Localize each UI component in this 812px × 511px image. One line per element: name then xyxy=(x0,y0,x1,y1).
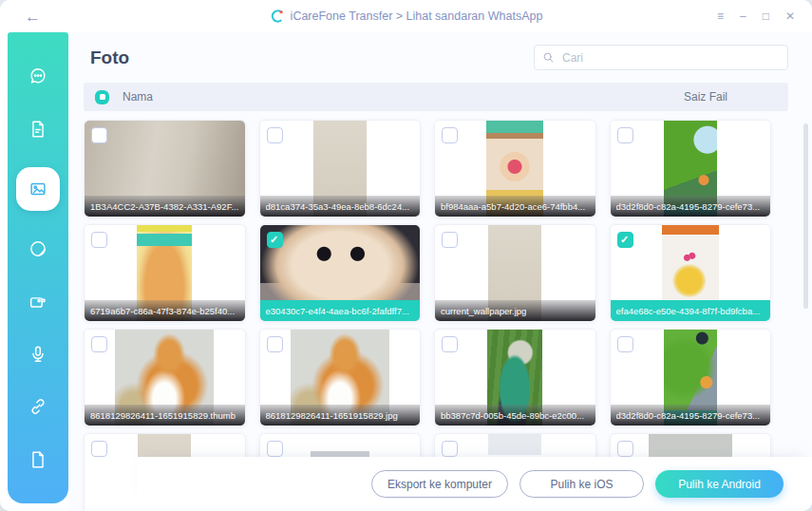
sidebar-item-photos[interactable] xyxy=(16,167,60,211)
photo-name-bar: 8618129826411-1651915829.jpg xyxy=(260,405,421,426)
main-header: Foto xyxy=(68,32,812,70)
search-icon xyxy=(542,51,555,64)
photo-checkbox[interactable] xyxy=(617,127,633,143)
photo-card[interactable]: bb387c7d-005b-45de-89bc-e2c00... xyxy=(434,329,596,426)
photo-checkbox[interactable] xyxy=(91,441,107,457)
scrollbar[interactable] xyxy=(803,123,808,309)
sticker-icon xyxy=(28,238,48,259)
photo-checkbox[interactable] xyxy=(442,336,458,352)
photo-name-bar: d81ca374-35a3-49ea-8eb8-6dc24... xyxy=(260,196,421,217)
page-title: Foto xyxy=(90,47,129,68)
sidebar-item-documents[interactable] xyxy=(24,115,52,143)
document-icon xyxy=(28,119,48,140)
footer: Eksport ke komputer Pulih ke iOS Pulih k… xyxy=(137,457,812,511)
link-icon xyxy=(28,396,48,417)
photo-checkbox[interactable] xyxy=(267,127,283,143)
photo-filename: efa4e68c-e50e-4394-8f7f-bd9fcba... xyxy=(616,306,761,316)
photo-card[interactable]: bf984aaa-a5b7-4d20-ace6-74fbb4... xyxy=(434,120,596,218)
maximize-icon[interactable]: □ xyxy=(763,10,769,22)
photo-name-bar: 1B3A4CC2-A37B-4382-A331-A92F... xyxy=(85,196,245,217)
chat-icon xyxy=(28,66,48,86)
photo-card[interactable]: d3d2f8d0-c82a-4195-8279-cefe73... xyxy=(610,329,772,426)
photo-checkbox[interactable] xyxy=(91,336,107,352)
sidebar xyxy=(8,32,68,503)
photo-filename: d3d2f8d0-c82a-4195-8279-cefe73... xyxy=(616,201,761,212)
photo-card[interactable]: e30430c7-e4f4-4aea-bc6f-2fafdff7... xyxy=(259,224,422,322)
photo-card[interactable]: current_wallpaper.jpg xyxy=(434,224,596,322)
photo-name-bar: d3d2f8d0-c82a-4195-8279-cefe73... xyxy=(611,196,771,217)
photo-card[interactable]: 8618129826411-1651915829.thumb xyxy=(84,329,246,426)
photo-checkbox[interactable] xyxy=(267,441,283,457)
photo-filename: 8618129826411-1651915829.thumb xyxy=(90,410,236,421)
photo-name-bar: bb387c7d-005b-45de-89bc-e2c00... xyxy=(435,405,595,426)
column-file-size: Saiz Fail xyxy=(684,90,727,104)
titlebar: ← iCareFone Transfer > Lihat sandaran Wh… xyxy=(0,0,812,32)
photo-filename: 8618129826411-1651915829.jpg xyxy=(266,410,398,421)
window-title: iCareFone Transfer > Lihat sandaran What… xyxy=(291,9,543,23)
photo-name-bar: 8618129826411-1651915829.thumb xyxy=(85,405,245,426)
photo-card[interactable]: d81ca374-35a3-49ea-8eb8-6dc24... xyxy=(259,120,422,218)
video-camera-icon xyxy=(28,292,48,312)
photo-filename: d81ca374-35a3-49ea-8eb8-6dc24... xyxy=(266,201,410,212)
photo-filename: e30430c7-e4f4-4aea-bc6f-2fafdff7... xyxy=(266,306,409,316)
photo-checkbox[interactable] xyxy=(267,232,283,248)
restore-to-android-button[interactable]: Pulih ke Android xyxy=(655,470,784,498)
export-to-computer-button[interactable]: Eksport ke komputer xyxy=(371,470,508,498)
photo-checkbox[interactable] xyxy=(267,336,283,352)
photo-checkbox[interactable] xyxy=(91,232,107,248)
minimize-icon[interactable]: – xyxy=(740,10,746,22)
photo-name-bar: bf984aaa-a5b7-4d20-ace6-74fbb4... xyxy=(435,196,595,217)
sidebar-item-stickers[interactable] xyxy=(24,235,52,263)
photo-filename: bf984aaa-a5b7-4d20-ace6-74fbb4... xyxy=(441,201,585,212)
photo-name-bar: 6719a6b7-c86a-47f3-874e-b25f40... xyxy=(85,300,245,321)
select-all-checkbox[interactable] xyxy=(95,90,109,104)
photo-filename: bb387c7d-005b-45de-89bc-e2c00... xyxy=(441,410,584,421)
photo-checkbox[interactable] xyxy=(442,127,458,143)
app-window: ← iCareFone Transfer > Lihat sandaran Wh… xyxy=(0,0,812,511)
photo-card[interactable]: d3d2f8d0-c82a-4195-8279-cefe73... xyxy=(610,120,772,218)
sidebar-item-chat[interactable] xyxy=(24,62,52,90)
photo-card[interactable]: 1B3A4CC2-A37B-4382-A331-A92F... xyxy=(84,120,246,218)
back-button[interactable]: ← xyxy=(25,9,41,25)
photo-name-bar: d3d2f8d0-c82a-4195-8279-cefe73... xyxy=(611,405,771,426)
column-name: Nama xyxy=(123,90,153,104)
photos-icon xyxy=(28,179,48,199)
photo-filename: 1B3A4CC2-A37B-4382-A331-A92F... xyxy=(90,201,238,212)
search-box xyxy=(534,45,788,70)
main-content: Foto Nama Saiz Fail 1B3A4CC2-A37B-4382-A… xyxy=(68,32,812,511)
photo-checkbox[interactable] xyxy=(617,232,633,248)
list-header: Nama Saiz Fail xyxy=(84,83,788,111)
photo-filename: current_wallpaper.jpg xyxy=(441,306,526,316)
photo-card[interactable]: 8618129826411-1651915829.jpg xyxy=(259,329,422,426)
menu-icon[interactable]: ≡ xyxy=(717,10,724,22)
titlebar-center: iCareFone Transfer > Lihat sandaran What… xyxy=(0,9,812,24)
app-logo-icon xyxy=(270,9,285,24)
sidebar-item-links[interactable] xyxy=(24,392,52,421)
photo-name-bar: e30430c7-e4f4-4aea-bc6f-2fafdff7... xyxy=(260,300,421,321)
photo-name-bar: efa4e68c-e50e-4394-8f7f-bd9fcba... xyxy=(611,300,771,321)
photo-checkbox[interactable] xyxy=(617,441,633,457)
photo-grid: 1B3A4CC2-A37B-4382-A331-A92F... d81ca374… xyxy=(84,120,771,511)
photo-checkbox[interactable] xyxy=(442,232,458,248)
file-icon xyxy=(28,449,48,470)
restore-to-ios-button[interactable]: Pulih ke iOS xyxy=(519,470,644,498)
photo-card[interactable]: efa4e68c-e50e-4394-8f7f-bd9fcba... xyxy=(610,224,772,322)
microphone-icon xyxy=(28,344,48,365)
photo-card[interactable]: 6719a6b7-c86a-47f3-874e-b25f40... xyxy=(84,224,246,322)
photo-checkbox[interactable] xyxy=(617,336,633,352)
photo-filename: d3d2f8d0-c82a-4195-8279-cefe73... xyxy=(616,410,761,421)
close-icon[interactable]: ✕ xyxy=(785,10,795,22)
sidebar-item-videos[interactable] xyxy=(24,288,52,316)
search-input[interactable] xyxy=(560,50,780,66)
sidebar-item-voice[interactable] xyxy=(24,340,52,369)
photo-checkbox[interactable] xyxy=(91,127,107,143)
photo-name-bar: current_wallpaper.jpg xyxy=(435,300,595,321)
photo-filename: 6719a6b7-c86a-47f3-874e-b25f40... xyxy=(90,306,235,316)
sidebar-item-files[interactable] xyxy=(24,445,52,474)
photo-checkbox[interactable] xyxy=(442,441,458,457)
window-controls: ≡ – □ ✕ xyxy=(717,10,795,22)
